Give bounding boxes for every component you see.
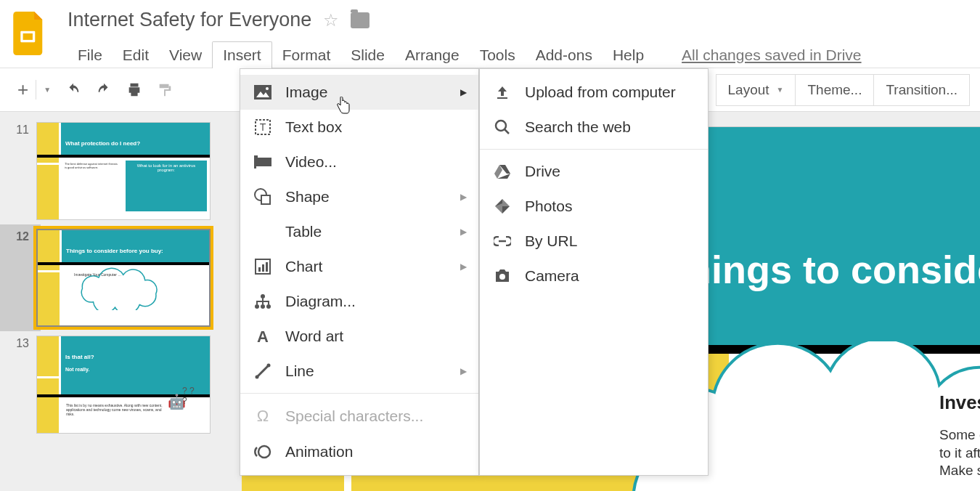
chart-icon (253, 259, 272, 275)
insert-menu-popup: Image▶ T Text box Video... Shape▶ Table▶… (240, 68, 709, 476)
menu-slide[interactable]: Slide (340, 42, 395, 68)
shape-icon (253, 188, 272, 206)
menu-item-chart[interactable]: Chart▶ (240, 249, 478, 284)
menu-item-table[interactable]: Table▶ (240, 214, 478, 249)
menu-help[interactable]: Help (603, 42, 654, 68)
omega-icon: Ω (253, 407, 272, 426)
redo-button[interactable] (89, 76, 119, 104)
drive-icon (493, 164, 512, 179)
chevron-right-icon: ▶ (460, 192, 467, 202)
paint-format-button[interactable] (150, 76, 180, 104)
menu-item-animation[interactable]: Animation (240, 434, 478, 469)
upload-icon (493, 84, 512, 100)
svg-marker-32 (494, 165, 502, 179)
thumb-13[interactable]: Is that all? Not really. 🤖 ? ?? This lis… (36, 336, 211, 434)
submenu-by-url[interactable]: By URL (480, 224, 708, 259)
svg-rect-14 (261, 195, 270, 204)
svg-rect-28 (497, 97, 507, 99)
submenu-photos[interactable]: Photos (480, 189, 708, 224)
svg-text:A: A (257, 328, 269, 344)
menu-item-video[interactable]: Video... (240, 145, 478, 179)
svg-point-21 (261, 304, 265, 309)
submenu-search-web[interactable]: Search the web (480, 110, 708, 145)
thumb-row-11[interactable]: 11 What protection do I need? The best d… (0, 118, 242, 224)
link-icon (493, 236, 512, 246)
menu-item-special-characters: Ω Special characters... (240, 398, 478, 434)
svg-line-30 (505, 129, 509, 134)
menu-file[interactable]: File (68, 42, 113, 68)
svg-rect-12 (256, 155, 258, 158)
thumb-row-12[interactable]: 12 Things to consider before you buy: In… (0, 224, 242, 331)
thumb-12[interactable]: Things to consider before you buy: Inves… (36, 229, 211, 327)
svg-rect-2 (160, 84, 169, 88)
submenu-drive[interactable]: Drive (480, 154, 708, 189)
cursor-pointer-icon (335, 97, 351, 115)
svg-rect-10 (254, 166, 271, 169)
svg-rect-16 (258, 267, 261, 272)
diagram-icon (253, 293, 272, 309)
svg-point-22 (266, 304, 271, 309)
insert-menu: Image▶ T Text box Video... Shape▶ Table▶… (240, 68, 479, 476)
menu-item-image[interactable]: Image▶ (240, 75, 478, 110)
chevron-right-icon: ▶ (460, 87, 467, 97)
thumb-number: 13 (7, 336, 29, 350)
menu-edit[interactable]: Edit (113, 42, 159, 68)
slides-logo-icon (13, 12, 46, 55)
menu-tools[interactable]: Tools (470, 42, 526, 68)
print-button[interactable] (119, 76, 150, 104)
submenu-camera[interactable]: Camera (480, 259, 708, 293)
menu-item-shape[interactable]: Shape▶ (240, 179, 478, 214)
menu-insert[interactable]: Insert (212, 41, 272, 69)
move-to-folder-icon[interactable] (351, 12, 369, 28)
thumb-11[interactable]: What protection do I need? The best defe… (36, 122, 211, 220)
menu-view[interactable]: View (159, 42, 212, 68)
chevron-right-icon: ▶ (460, 366, 467, 376)
menu-item-diagram[interactable]: Diagram... (240, 284, 478, 319)
menu-format[interactable]: Format (272, 42, 341, 68)
photos-icon (493, 198, 512, 214)
svg-point-5 (266, 87, 269, 90)
svg-rect-17 (262, 264, 264, 272)
save-status[interactable]: All changes saved in Drive (671, 42, 871, 68)
menu-addons[interactable]: Add-ons (526, 42, 603, 68)
image-icon (253, 85, 272, 100)
wordart-icon: A (253, 328, 272, 344)
line-icon (253, 363, 272, 379)
title-area: Internet Safety for Everyone ☆ File Edit… (68, 9, 980, 69)
menu-item-wordart[interactable]: A Word art (240, 319, 478, 354)
svg-point-20 (255, 304, 259, 309)
thumb-number: 12 (7, 229, 29, 243)
undo-button[interactable] (58, 76, 89, 104)
layout-button[interactable]: Layout ▼ (716, 74, 796, 106)
menu-item-line[interactable]: Line▶ (240, 354, 478, 389)
textbox-icon: T (253, 119, 272, 135)
svg-point-19 (261, 294, 265, 299)
svg-point-25 (256, 376, 259, 379)
transition-button[interactable]: Transition... (874, 74, 970, 106)
document-title[interactable]: Internet Safety for Everyone (68, 9, 311, 31)
slide-body-text: Investigate Your Computer Some computers… (939, 392, 980, 491)
menubar: File Edit View Insert Format Slide Arran… (68, 41, 980, 69)
filmstrip[interactable]: 11 What protection do I need? The best d… (0, 112, 242, 491)
new-slide-button[interactable]: + (10, 73, 36, 107)
star-icon[interactable]: ☆ (323, 10, 339, 31)
header: Internet Safety for Everyone ☆ File Edit… (0, 0, 980, 68)
image-submenu: Upload from computer Search the web Driv… (479, 68, 709, 476)
redo-icon (96, 82, 112, 98)
thumb-row-13[interactable]: 13 Is that all? Not really. 🤖 ? ?? This … (0, 331, 242, 438)
svg-rect-18 (266, 262, 268, 272)
svg-text:T: T (260, 121, 266, 133)
toolbar-right: Layout ▼ Theme... Transition... (716, 74, 971, 106)
new-slide-dropdown[interactable]: ▼ (36, 80, 58, 100)
menu-item-textbox[interactable]: T Text box (240, 110, 478, 145)
theme-button[interactable]: Theme... (796, 74, 874, 106)
video-icon (253, 155, 272, 169)
svg-point-26 (267, 364, 271, 368)
print-icon (126, 82, 142, 98)
search-icon (493, 119, 512, 135)
menu-arrange[interactable]: Arrange (395, 42, 470, 68)
undo-icon (65, 82, 81, 98)
submenu-upload[interactable]: Upload from computer (480, 75, 708, 110)
chevron-right-icon: ▶ (460, 227, 467, 237)
animation-icon (253, 443, 272, 460)
